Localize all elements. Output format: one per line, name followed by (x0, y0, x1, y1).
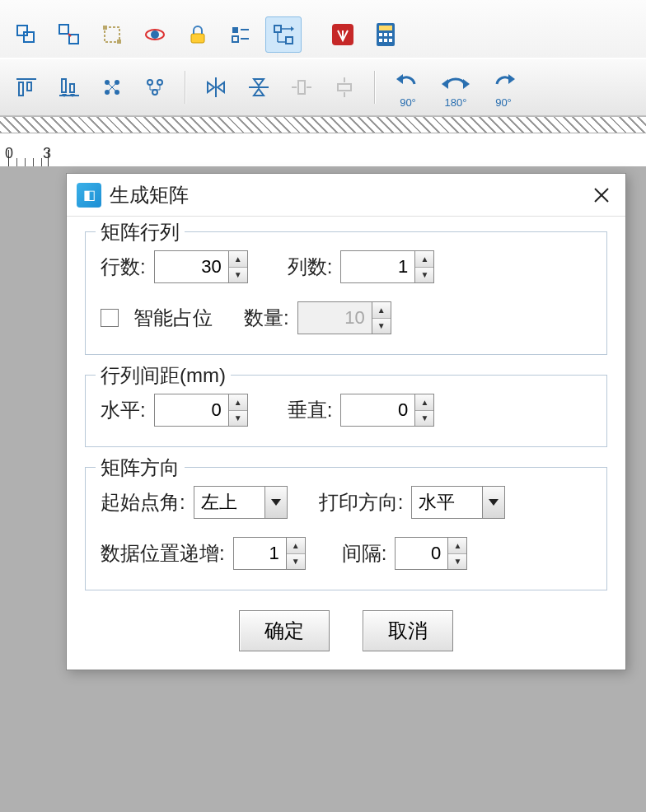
incr-label: 数据位置递增: (101, 540, 225, 567)
print-dir-input[interactable] (411, 486, 482, 519)
qty-down: ▼ (372, 319, 391, 334)
start-corner-drop[interactable] (264, 486, 288, 519)
incr-spinner[interactable]: ▲▼ (233, 537, 306, 570)
vspace-input[interactable] (340, 394, 414, 427)
qty-up: ▲ (372, 302, 391, 319)
gap-down[interactable]: ▼ (448, 554, 466, 570)
align-top-icon[interactable] (8, 69, 44, 105)
gap-input[interactable] (395, 537, 447, 570)
ruler-strip: 0 3 (0, 116, 646, 166)
direction-section: 矩阵方向 起始点角: 打印方向: 数据位置递增: ▲▼ (85, 467, 607, 590)
rotate-right-90-icon[interactable]: 90° (483, 69, 524, 105)
svg-rect-29 (27, 82, 31, 91)
mirror-h-icon[interactable] (198, 69, 234, 105)
svg-marker-45 (208, 82, 214, 92)
rotate-left-90-label: 90° (387, 96, 428, 109)
transform-icon[interactable] (94, 16, 130, 53)
incr-input[interactable] (233, 537, 286, 570)
cols-spinner[interactable]: ▲▼ (340, 250, 434, 283)
gap-spinner[interactable]: ▲▼ (395, 537, 467, 570)
print-dir-label: 打印方向: (319, 489, 404, 516)
rows-input[interactable] (154, 250, 228, 283)
group-icon[interactable] (8, 16, 44, 53)
dialog-button-row: 确定 取消 (85, 610, 607, 651)
hspace-up[interactable]: ▲ (229, 394, 247, 411)
ok-button[interactable]: 确定 (239, 610, 330, 651)
smart-checkbox[interactable] (101, 309, 119, 327)
svg-marker-62 (271, 499, 281, 506)
dialog-titlebar: ◧ 生成矩阵 (67, 174, 625, 217)
toolbar-row-2: 90° 180° 90° (0, 58, 646, 115)
start-corner-input[interactable] (194, 486, 264, 519)
calculator-icon[interactable] (367, 16, 404, 53)
cols-down[interactable]: ▼ (415, 268, 433, 283)
rows-down[interactable]: ▼ (229, 268, 247, 283)
direction-legend: 矩阵方向 (96, 455, 185, 481)
ungroup-icon[interactable] (51, 16, 87, 53)
hspace-label: 水平: (101, 397, 146, 423)
hspace-spinner[interactable]: ▲▼ (154, 394, 248, 427)
rows-spinner[interactable]: ▲▼ (154, 250, 248, 283)
vspace-down[interactable]: ▼ (415, 411, 433, 427)
matrix-rowcol-legend: 矩阵行列 (96, 219, 185, 245)
mirror-v-icon[interactable] (241, 69, 277, 105)
flow-icon[interactable] (265, 16, 302, 53)
qty-input (297, 301, 372, 334)
svg-rect-2 (59, 25, 68, 34)
svg-point-9 (151, 30, 159, 39)
pdf-icon[interactable] (325, 16, 361, 53)
svg-rect-11 (232, 27, 238, 33)
svg-rect-1 (24, 32, 34, 42)
svg-rect-21 (379, 33, 382, 36)
rotate-3d-icon[interactable] (137, 16, 173, 53)
fit-height-icon[interactable] (326, 69, 363, 105)
fit-width-icon[interactable] (283, 69, 320, 105)
hspace-down[interactable]: ▼ (229, 411, 247, 427)
incr-down[interactable]: ▼ (287, 554, 305, 570)
print-dir-combo[interactable] (411, 486, 505, 519)
cancel-button[interactable]: 取消 (363, 610, 453, 651)
svg-rect-28 (19, 82, 23, 96)
svg-rect-16 (286, 37, 293, 44)
align-bottom-icon[interactable] (51, 69, 87, 105)
distribute-v-icon[interactable] (137, 69, 173, 105)
qty-label: 数量: (244, 305, 289, 331)
list-toggle-icon[interactable] (222, 16, 259, 53)
svg-rect-10 (191, 34, 204, 43)
rotate-180-icon[interactable]: 180° (435, 69, 476, 105)
chevron-down-icon (489, 499, 499, 506)
svg-rect-50 (298, 81, 305, 94)
print-dir-drop[interactable] (482, 486, 505, 519)
svg-marker-57 (442, 79, 448, 89)
vspace-label: 垂直: (288, 397, 333, 423)
vspace-up[interactable]: ▲ (415, 394, 433, 411)
gap-up[interactable]: ▲ (448, 538, 466, 554)
rotate-right-90-label: 90° (483, 96, 524, 109)
start-corner-combo[interactable] (194, 486, 288, 519)
toolbar-separator-2 (374, 71, 376, 104)
rotate-left-90-icon[interactable]: 90° (387, 69, 428, 105)
chevron-down-icon (271, 499, 281, 506)
svg-rect-24 (379, 39, 382, 42)
dialog-title: 生成矩阵 (110, 182, 587, 208)
cols-up[interactable]: ▲ (415, 251, 433, 268)
dialog-title-icon: ◧ (77, 183, 101, 208)
vspace-spinner[interactable]: ▲▼ (340, 394, 434, 427)
svg-marker-63 (489, 499, 499, 506)
incr-up[interactable]: ▲ (287, 538, 305, 554)
svg-point-42 (157, 80, 162, 85)
rows-up[interactable]: ▲ (229, 251, 247, 268)
distribute-h-icon[interactable] (94, 69, 130, 105)
svg-rect-7 (117, 40, 121, 44)
svg-rect-25 (384, 39, 387, 42)
cols-input[interactable] (340, 250, 414, 283)
hspace-input[interactable] (154, 394, 228, 427)
lock-icon[interactable] (180, 16, 216, 53)
svg-marker-17 (291, 26, 294, 31)
svg-rect-32 (70, 84, 74, 92)
rows-label: 行数: (101, 254, 146, 280)
close-button[interactable] (587, 181, 616, 209)
svg-point-41 (147, 80, 152, 85)
svg-rect-20 (379, 26, 392, 30)
toolbar-row-1 (0, 0, 646, 58)
